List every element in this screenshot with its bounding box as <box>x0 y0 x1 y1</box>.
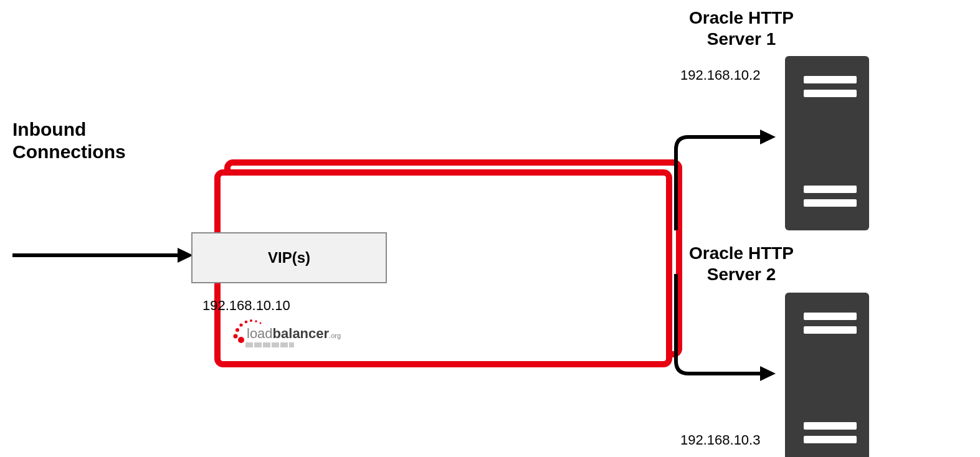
svg-point-6 <box>250 319 252 322</box>
logo-text-light: load <box>247 326 273 341</box>
logo-text-bold: balancer <box>273 326 330 341</box>
svg-marker-17 <box>760 130 776 144</box>
svg-marker-18 <box>760 366 776 381</box>
svg-rect-15 <box>289 342 294 347</box>
svg-point-7 <box>255 320 257 322</box>
server2-ip-label: 192.168.10.3 <box>680 432 760 448</box>
logo-text-suffix: .org <box>329 332 341 339</box>
server2-title: Oracle HTTP Server 2 <box>673 243 810 285</box>
svg-point-2 <box>234 334 238 339</box>
server1-icon <box>785 56 869 230</box>
inbound-connections-label: Inbound Connections <box>12 118 126 163</box>
svg-point-4 <box>239 323 242 326</box>
svg-point-8 <box>260 323 262 324</box>
arrow-to-server1-icon <box>673 125 779 237</box>
svg-text:loadbalancer.org: loadbalancer.org <box>247 326 341 341</box>
server1-title: Oracle HTTP Server 1 <box>673 7 810 49</box>
svg-point-3 <box>235 328 239 332</box>
server2-icon <box>785 293 869 457</box>
svg-rect-13 <box>272 342 279 347</box>
svg-rect-14 <box>280 342 288 347</box>
vip-label: VIP(s) <box>268 249 310 266</box>
svg-rect-10 <box>245 342 253 347</box>
vip-box: VIP(s) <box>191 232 387 283</box>
loadbalancer-logo-icon: loadbalancer.org <box>231 318 361 357</box>
svg-rect-11 <box>254 342 262 347</box>
inbound-arrow-icon <box>12 246 193 265</box>
vip-ip-label: 192.168.10.10 <box>202 298 290 314</box>
svg-rect-12 <box>263 342 270 347</box>
svg-point-9 <box>238 337 244 343</box>
arrow-to-server2-icon <box>673 268 779 386</box>
server1-ip-label: 192.168.10.2 <box>680 67 760 83</box>
svg-point-5 <box>245 321 248 324</box>
